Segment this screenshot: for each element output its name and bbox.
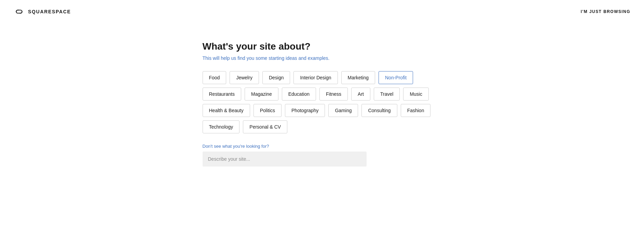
- tag-consulting[interactable]: Consulting: [361, 104, 397, 117]
- dont-see-label: Don't see what you're looking for?: [203, 144, 442, 149]
- tag-non-profit[interactable]: Non-Profit: [379, 71, 413, 84]
- header: SQUARESPACE I'M JUST BROWSING: [0, 0, 644, 23]
- describe-site-input[interactable]: [203, 152, 367, 167]
- subtitle: This will help us find you some starting…: [203, 55, 442, 61]
- tag-health-beauty[interactable]: Health & Beauty: [203, 104, 250, 117]
- content-wrapper: What's your site about? This will help u…: [203, 41, 442, 167]
- tag-jewelry[interactable]: Jewelry: [230, 71, 259, 84]
- category-tags-row1: Food Jewelry Design Interior Design Mark…: [203, 71, 442, 133]
- tag-music[interactable]: Music: [403, 88, 429, 101]
- tag-education[interactable]: Education: [282, 88, 316, 101]
- tag-fashion[interactable]: Fashion: [401, 104, 431, 117]
- tag-restaurants[interactable]: Restaurants: [203, 88, 241, 101]
- tag-fitness[interactable]: Fitness: [319, 88, 348, 101]
- tag-personal-cv[interactable]: Personal & CV: [243, 120, 287, 133]
- tag-marketing[interactable]: Marketing: [341, 71, 375, 84]
- logo[interactable]: SQUARESPACE: [14, 6, 71, 17]
- squarespace-logo-icon: [14, 6, 25, 17]
- logo-text: SQUARESPACE: [28, 9, 71, 14]
- tag-politics[interactable]: Politics: [254, 104, 282, 117]
- tag-design[interactable]: Design: [262, 71, 290, 84]
- tag-travel[interactable]: Travel: [374, 88, 400, 101]
- main-content: What's your site about? This will help u…: [0, 0, 644, 167]
- tag-art[interactable]: Art: [351, 88, 370, 101]
- tag-food[interactable]: Food: [203, 71, 227, 84]
- page-title: What's your site about?: [203, 41, 442, 52]
- browsing-link[interactable]: I'M JUST BROWSING: [581, 9, 630, 14]
- tag-gaming[interactable]: Gaming: [328, 104, 358, 117]
- tag-photography[interactable]: Photography: [285, 104, 325, 117]
- tag-technology[interactable]: Technology: [203, 120, 240, 133]
- tag-interior-design[interactable]: Interior Design: [293, 71, 338, 84]
- tag-magazine[interactable]: Magazine: [245, 88, 278, 101]
